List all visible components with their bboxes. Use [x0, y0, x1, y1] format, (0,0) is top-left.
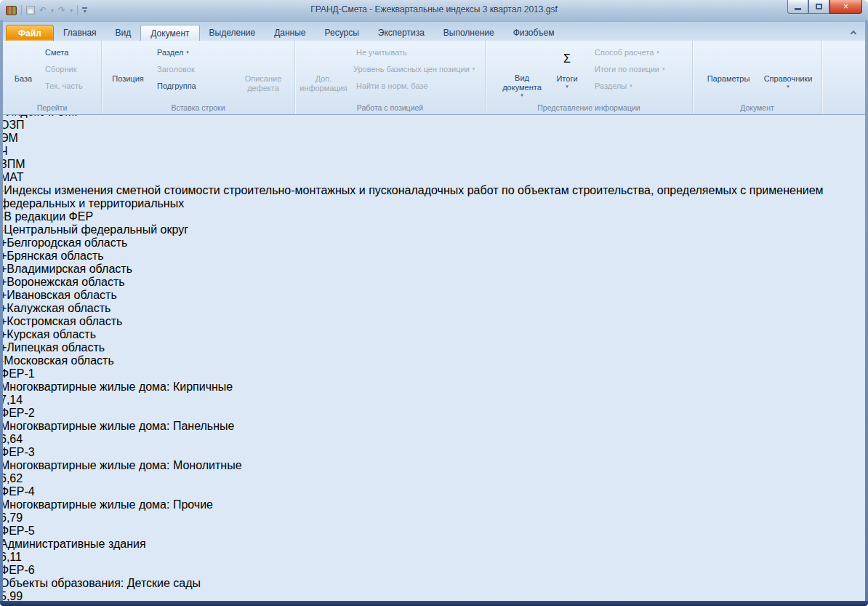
chevron-up-icon	[851, 30, 856, 36]
vid-dokumenta-button[interactable]: Вид документа ▾	[499, 43, 545, 98]
tree-group-row[interactable]: -Индексы изменения сметной стоимости стр…	[0, 184, 868, 210]
razdely-button: Разделы ▾	[592, 79, 632, 93]
code-cell[interactable]: ФЕР-4	[0, 485, 868, 498]
maximize-icon	[816, 4, 822, 9]
name-cell[interactable]: Многоквартирные жилые дома: Монолитные	[0, 459, 868, 472]
tree-group-row[interactable]: -В редакции ФЕР	[0, 210, 868, 223]
razdel-button[interactable]: Раздел ▾	[154, 45, 189, 60]
close-icon: ×	[843, 1, 848, 12]
itogi-button[interactable]: Σ Итоги ▾	[551, 43, 583, 98]
button-label: Вид документа	[499, 73, 545, 92]
baza-button[interactable]: База	[7, 43, 39, 98]
title-bar[interactable]: ↶ ▾ ↷ ▾ ▾ ГРАНД-Смета - Ежеквартальные и…	[0, 0, 868, 22]
button-label: Позиция	[112, 74, 144, 84]
opisanie-defekta-button: Описание дефекта	[238, 43, 288, 98]
zagolovok-button: Заголовок	[154, 62, 195, 76]
tab-fizobem[interactable]: Физобъем	[504, 25, 564, 41]
tab-ekspertiza[interactable]: Экспертиза	[369, 25, 434, 41]
poziciya-button[interactable]: Позиция	[108, 43, 148, 98]
group-label: Центральный федеральный округ	[4, 223, 188, 236]
group-label: Костромская область	[7, 315, 122, 327]
parametry-button[interactable]: Параметры	[702, 43, 755, 98]
maximize-button[interactable]	[808, 0, 829, 14]
code-cell[interactable]: ФЕР-5	[0, 525, 868, 538]
tab-vid[interactable]: Вид	[106, 25, 141, 41]
smeta-button[interactable]: Смета	[42, 45, 68, 60]
sigma-icon: Σ	[563, 52, 571, 65]
name-cell[interactable]: Многоквартирные жилые дома: Прочие	[0, 498, 868, 511]
tree-group-row[interactable]: +Ивановская область	[0, 289, 868, 302]
header-ozp: ОЗП	[0, 119, 868, 132]
tech-chast-button: Тех. часть	[42, 79, 83, 93]
tab-dokument[interactable]: Документ	[140, 25, 199, 41]
dropdown-arrow-icon: ▾	[656, 49, 659, 55]
code-cell[interactable]: ФЕР-1	[0, 367, 868, 380]
smr-cell[interactable]: 6,62	[0, 472, 868, 485]
code-cell[interactable]: ФЕР-3	[0, 446, 868, 459]
group-label: Липецкая область	[7, 341, 105, 354]
ribbon-group-dokument: Параметры Справочники ▾ Документ	[693, 41, 822, 113]
group-label: Московская область	[4, 354, 113, 367]
tree-group-row[interactable]: +Курская область	[0, 328, 868, 341]
name-cell[interactable]: Многоквартирные жилые дома: Кирпичные	[0, 380, 868, 394]
table-row[interactable]: ФЕР-3Многоквартирные жилые дома: Монолит…	[0, 446, 868, 485]
smr-cell[interactable]: 7,14	[0, 394, 868, 407]
button-label: Описание дефекта	[238, 74, 288, 93]
button-label: Найти в норм. базе	[356, 81, 427, 90]
sbornik-button: Сборник	[42, 62, 77, 76]
close-button[interactable]: ×	[829, 0, 862, 14]
tab-dannye[interactable]: Данные	[265, 25, 315, 41]
app-window: ↶ ▾ ↷ ▾ ▾ ГРАНД-Смета - Ежеквартальные и…	[0, 0, 868, 606]
table-row[interactable]: ФЕР-2Многоквартирные жилые дома: Панельн…	[0, 407, 868, 446]
group-label: Белгородская область	[7, 236, 127, 249]
tree-group-row[interactable]: +Воронежская область	[0, 276, 868, 289]
group-label: Ивановская область	[7, 289, 116, 301]
tree-group-row[interactable]: +Костромская область	[0, 315, 868, 328]
selected-name-cell[interactable]: Административные здания	[0, 538, 868, 551]
smr-cell[interactable]: 6,79	[0, 511, 868, 525]
tab-file[interactable]: Файл	[6, 25, 54, 41]
dropdown-arrow-icon: ▾	[630, 83, 632, 89]
spravochniki-button[interactable]: Справочники ▾	[758, 43, 818, 98]
table-row-selected[interactable]: ФЕР-5Административные здания6,11	[0, 525, 868, 564]
tree-group-row[interactable]: +Владимирская область	[0, 263, 868, 276]
table-row[interactable]: ФЕР-6Объекты образования: Детские сады5,…	[0, 564, 868, 603]
window-border-bottom	[0, 601, 868, 606]
button-label: Подгруппа	[157, 81, 196, 90]
uroven-bazisnyh-cen-button: Уровень базисных цен позиции ▾	[353, 62, 475, 76]
button-label: Разделы	[595, 81, 627, 90]
dropdown-arrow-icon: ▾	[473, 66, 475, 72]
tab-glavnaya[interactable]: Главная	[54, 25, 106, 41]
tree-group-row[interactable]: -Центральный федеральный округ	[0, 223, 868, 236]
group-label: Калужская область	[7, 302, 110, 314]
tree-group-row[interactable]: +Брянская область	[0, 250, 868, 263]
minimize-button[interactable]	[787, 0, 808, 14]
ribbon-group-predstavlenie: Вид документа ▾ Σ Итоги ▾ Способ расчета…	[486, 41, 693, 113]
tree-group-row[interactable]: +Липецкая область	[0, 341, 868, 354]
table-row[interactable]: ФЕР-4Многоквартирные жилые дома: Прочие6…	[0, 485, 868, 525]
window-border-right	[865, 20, 868, 602]
button-label: База	[15, 74, 32, 84]
document-view-icon	[513, 52, 531, 65]
podgruppa-button[interactable]: Подгруппа	[154, 79, 196, 93]
tree-group-row[interactable]: +Калужская область	[0, 302, 868, 315]
tree-group-row[interactable]: +Белгородская область	[0, 236, 868, 250]
button-label: Итоги	[556, 74, 577, 84]
group-label: Курская область	[7, 328, 96, 340]
tab-resursy[interactable]: Ресурсы	[316, 25, 369, 41]
button-label: Уровень базисных цен позиции	[353, 65, 470, 73]
smr-cell[interactable]: 6,64	[0, 433, 868, 446]
collapse-ribbon-button[interactable]	[849, 28, 858, 36]
smr-cell[interactable]: 6,11	[0, 551, 868, 564]
tree-group-row[interactable]: -Московская область	[0, 354, 868, 367]
code-cell[interactable]: ФЕР-6	[0, 564, 868, 577]
code-cell[interactable]: ФЕР-2	[0, 407, 868, 420]
table-row[interactable]: ФЕР-1Многоквартирные жилые дома: Кирпичн…	[0, 367, 868, 407]
tab-vydelenie[interactable]: Выделение	[200, 25, 265, 41]
tab-vypolnenie[interactable]: Выполнение	[434, 25, 504, 41]
name-cell[interactable]: Многоквартирные жилые дома: Панельные	[0, 420, 868, 433]
button-label: Итоги по позиции	[595, 65, 659, 73]
name-cell[interactable]: Объекты образования: Детские сады	[0, 577, 868, 590]
group-label: Представление информации	[486, 103, 692, 112]
ribbon-tab-row: Файл Главная Вид Документ Выделение Данн…	[3, 22, 865, 41]
